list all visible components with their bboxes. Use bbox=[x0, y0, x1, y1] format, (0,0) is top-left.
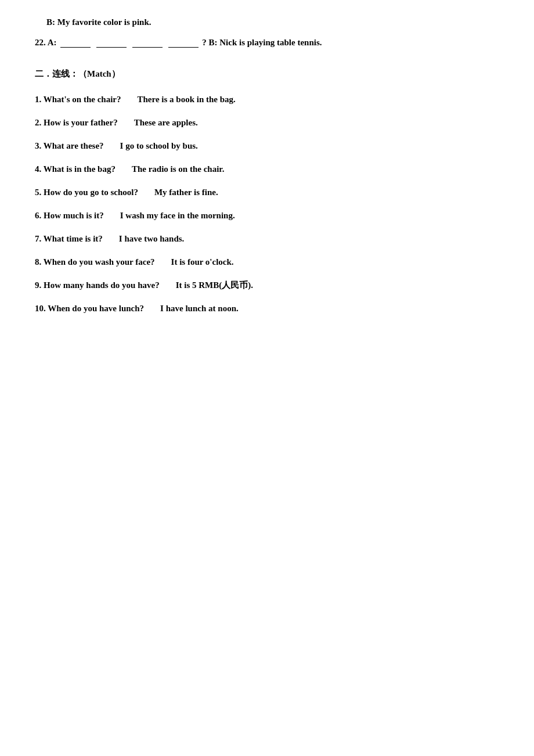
match-question-6: 6. How much is it? bbox=[35, 211, 104, 220]
match-answer-8: It is four o'clock. bbox=[171, 257, 234, 267]
match-answer-7: I have two hands. bbox=[119, 234, 185, 243]
section-2: 二．连线：（Match） 1. What's on the chair?Ther… bbox=[35, 69, 499, 315]
match-item-1: 1. What's on the chair?There is a book i… bbox=[35, 92, 499, 106]
line-b: B: My favorite color is pink. bbox=[35, 17, 499, 27]
blank-2[interactable] bbox=[96, 47, 127, 48]
match-item-2: 2. How is your father?These are apples. bbox=[35, 116, 499, 129]
match-answer-9: It is 5 RMB(人民币). bbox=[176, 280, 253, 290]
blank-3[interactable] bbox=[132, 47, 163, 48]
match-item-4: 4. What is in the bag?The radio is on th… bbox=[35, 162, 499, 176]
match-question-8: 8. When do you wash your face? bbox=[35, 257, 155, 267]
match-question-1: 1. What's on the chair? bbox=[35, 95, 121, 104]
blank-4[interactable] bbox=[168, 47, 199, 48]
match-answer-6: I wash my face in the morning. bbox=[120, 211, 235, 220]
match-question-7: 7. What time is it? bbox=[35, 234, 103, 243]
match-answer-4: The radio is on the chair. bbox=[132, 164, 224, 174]
match-item-10: 10. When do you have lunch?I have lunch … bbox=[35, 301, 499, 315]
match-question-3: 3. What are these? bbox=[35, 141, 104, 150]
match-answer-10: I have lunch at noon. bbox=[160, 304, 239, 313]
blank-1[interactable] bbox=[60, 47, 91, 48]
line-22: 22. A: ? B: Nick is playing table tennis… bbox=[35, 38, 499, 48]
match-answer-2: These are apples. bbox=[134, 118, 198, 127]
match-item-9: 9. How many hands do you have?It is 5 RM… bbox=[35, 278, 499, 292]
match-question-5: 5. How do you go to school? bbox=[35, 188, 138, 197]
match-question-2: 2. How is your father? bbox=[35, 118, 118, 127]
match-answer-1: There is a book in the bag. bbox=[137, 95, 235, 104]
section-header: 二．连线：（Match） bbox=[35, 69, 499, 80]
match-answer-5: My father is fine. bbox=[154, 188, 218, 197]
match-item-3: 3. What are these?I go to school by bus. bbox=[35, 139, 499, 153]
match-item-7: 7. What time is it?I have two hands. bbox=[35, 232, 499, 246]
match-question-9: 9. How many hands do you have? bbox=[35, 280, 160, 290]
match-list: 1. What's on the chair?There is a book i… bbox=[35, 92, 499, 315]
match-item-8: 8. When do you wash your face?It is four… bbox=[35, 255, 499, 269]
match-question-4: 4. What is in the bag? bbox=[35, 164, 116, 174]
match-answer-3: I go to school by bus. bbox=[120, 141, 198, 150]
match-question-10: 10. When do you have lunch? bbox=[35, 304, 144, 313]
match-item-5: 5. How do you go to school?My father is … bbox=[35, 185, 499, 199]
match-item-6: 6. How much is it?I wash my face in the … bbox=[35, 208, 499, 222]
